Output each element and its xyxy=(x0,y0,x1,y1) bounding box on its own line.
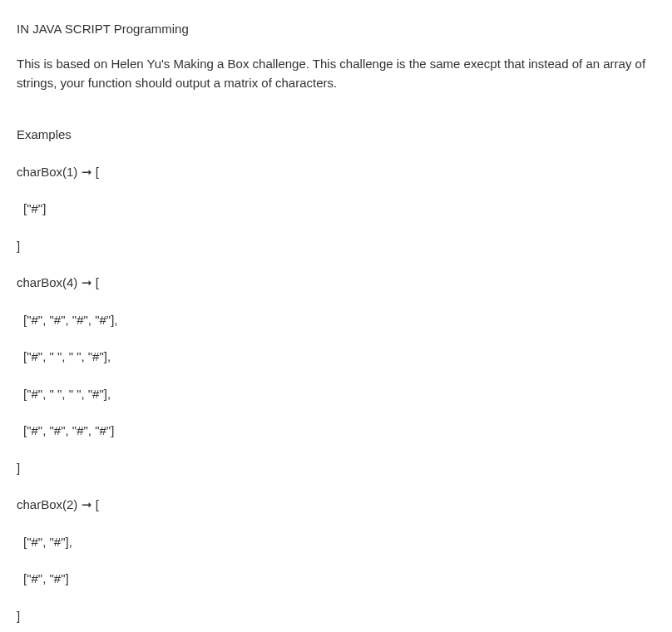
document-title: IN JAVA SCRIPT Programming xyxy=(17,20,655,39)
example-2-row: ["#", "#", "#", "#"] xyxy=(17,422,655,441)
example-1-row: ["#"] xyxy=(17,200,655,219)
example-2-row: ["#", "#", "#", "#"], xyxy=(17,311,655,330)
example-2-row: ["#", " ", " ", "#"], xyxy=(17,385,655,404)
example-2-close: ] xyxy=(17,459,655,478)
examples-heading: Examples xyxy=(17,126,655,145)
example-1-call: charBox(1) ➞ [ xyxy=(17,163,655,182)
example-3-close: ] xyxy=(17,607,655,626)
example-2-row: ["#", " ", " ", "#"], xyxy=(17,348,655,367)
example-1-close: ] xyxy=(17,237,655,256)
document-description: This is based on Helen Yu's Making a Box… xyxy=(17,54,655,93)
example-3-row: ["#", "#"], xyxy=(17,533,655,552)
example-3-row: ["#", "#"] xyxy=(17,570,655,589)
example-3-call: charBox(2) ➞ [ xyxy=(17,496,655,515)
example-2-call: charBox(4) ➞ [ xyxy=(17,274,655,293)
